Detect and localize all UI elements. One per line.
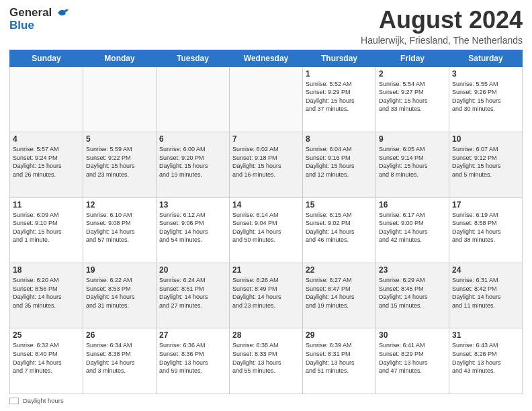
day-number: 15	[306, 200, 373, 210]
day-number: 2	[379, 69, 446, 79]
day-number: 16	[379, 200, 446, 210]
col-header-thursday: Thursday	[303, 50, 376, 66]
day-info: Sunrise: 5:57 AM Sunset: 9:24 PM Dayligh…	[13, 145, 80, 179]
logo-bird-icon	[56, 7, 70, 18]
day-number: 9	[379, 134, 446, 144]
calendar-cell: 15Sunrise: 6:15 AM Sunset: 9:02 PM Dayli…	[303, 197, 376, 263]
calendar-cell: 16Sunrise: 6:17 AM Sunset: 9:00 PM Dayli…	[376, 197, 449, 263]
calendar-cell: 13Sunrise: 6:12 AM Sunset: 9:06 PM Dayli…	[157, 197, 230, 263]
day-number: 14	[232, 200, 300, 210]
day-number: 31	[452, 330, 519, 340]
calendar-week-1: 4Sunrise: 5:57 AM Sunset: 9:24 PM Daylig…	[10, 132, 523, 197]
day-info: Sunrise: 5:54 AM Sunset: 9:27 PM Dayligh…	[379, 80, 446, 113]
day-info: Sunrise: 6:26 AM Sunset: 8:49 PM Dayligh…	[232, 276, 300, 310]
logo-general: General	[9, 6, 52, 19]
calendar-cell: 29Sunrise: 6:39 AM Sunset: 8:31 PM Dayli…	[303, 328, 376, 394]
calendar-cell: 1Sunrise: 5:52 AM Sunset: 9:29 PM Daylig…	[303, 66, 376, 132]
day-number: 12	[86, 200, 153, 210]
calendar-cell: 19Sunrise: 6:22 AM Sunset: 8:53 PM Dayli…	[83, 263, 157, 328]
day-info: Sunrise: 6:20 AM Sunset: 8:56 PM Dayligh…	[13, 276, 80, 310]
calendar-cell: 28Sunrise: 6:38 AM Sunset: 8:33 PM Dayli…	[230, 328, 303, 394]
day-info: Sunrise: 6:39 AM Sunset: 8:31 PM Dayligh…	[306, 341, 373, 375]
day-number: 28	[232, 330, 300, 340]
calendar-cell: 17Sunrise: 6:19 AM Sunset: 8:58 PM Dayli…	[449, 197, 523, 263]
footer: Daylight hours	[9, 397, 523, 404]
calendar-cell: 23Sunrise: 6:29 AM Sunset: 8:45 PM Dayli…	[376, 263, 449, 328]
day-info: Sunrise: 6:36 AM Sunset: 8:36 PM Dayligh…	[159, 341, 226, 375]
calendar-cell: 5Sunrise: 5:59 AM Sunset: 9:22 PM Daylig…	[83, 132, 157, 197]
month-year: August 2024	[361, 7, 523, 34]
day-number: 27	[159, 330, 226, 340]
day-info: Sunrise: 6:17 AM Sunset: 9:00 PM Dayligh…	[379, 211, 446, 244]
day-info: Sunrise: 6:41 AM Sunset: 8:29 PM Dayligh…	[379, 341, 446, 375]
calendar-cell: 7Sunrise: 6:02 AM Sunset: 9:18 PM Daylig…	[230, 132, 303, 197]
day-info: Sunrise: 6:05 AM Sunset: 9:14 PM Dayligh…	[379, 145, 446, 179]
col-header-monday: Monday	[83, 50, 157, 66]
day-info: Sunrise: 6:31 AM Sunset: 8:42 PM Dayligh…	[452, 276, 519, 310]
day-number: 4	[13, 134, 80, 144]
day-info: Sunrise: 6:27 AM Sunset: 8:47 PM Dayligh…	[306, 276, 373, 310]
calendar-cell: 21Sunrise: 6:26 AM Sunset: 8:49 PM Dayli…	[230, 263, 303, 328]
calendar-cell: 9Sunrise: 6:05 AM Sunset: 9:14 PM Daylig…	[376, 132, 449, 197]
day-number: 22	[306, 265, 373, 275]
day-info: Sunrise: 6:09 AM Sunset: 9:10 PM Dayligh…	[13, 211, 80, 244]
calendar-cell: 31Sunrise: 6:43 AM Sunset: 8:26 PM Dayli…	[449, 328, 523, 394]
logo: General Blue	[9, 7, 70, 32]
day-info: Sunrise: 5:55 AM Sunset: 9:26 PM Dayligh…	[452, 80, 519, 113]
calendar-cell: 20Sunrise: 6:24 AM Sunset: 8:51 PM Dayli…	[157, 263, 230, 328]
calendar-cell	[10, 66, 83, 132]
calendar-table: SundayMondayTuesdayWednesdayThursdayFrid…	[9, 50, 523, 394]
calendar-cell: 3Sunrise: 5:55 AM Sunset: 9:26 PM Daylig…	[449, 66, 523, 132]
day-number: 8	[306, 134, 373, 144]
day-info: Sunrise: 6:04 AM Sunset: 9:16 PM Dayligh…	[306, 145, 373, 179]
calendar-cell: 2Sunrise: 5:54 AM Sunset: 9:27 PM Daylig…	[376, 66, 449, 132]
calendar-week-2: 11Sunrise: 6:09 AM Sunset: 9:10 PM Dayli…	[10, 197, 523, 263]
day-info: Sunrise: 6:38 AM Sunset: 8:33 PM Dayligh…	[232, 341, 300, 375]
day-number: 29	[306, 330, 373, 340]
day-number: 13	[159, 200, 226, 210]
day-number: 23	[379, 265, 446, 275]
calendar-cell: 12Sunrise: 6:10 AM Sunset: 9:08 PM Dayli…	[83, 197, 157, 263]
day-number: 21	[232, 265, 300, 275]
calendar-cell	[157, 66, 230, 132]
day-number: 30	[379, 330, 446, 340]
day-number: 18	[13, 265, 80, 275]
day-info: Sunrise: 5:59 AM Sunset: 9:22 PM Dayligh…	[86, 145, 153, 179]
calendar-cell: 30Sunrise: 6:41 AM Sunset: 8:29 PM Dayli…	[376, 328, 449, 394]
day-info: Sunrise: 6:12 AM Sunset: 9:06 PM Dayligh…	[159, 211, 226, 244]
daylight-label: Daylight hours	[23, 397, 64, 404]
day-number: 24	[452, 265, 519, 275]
calendar-cell: 24Sunrise: 6:31 AM Sunset: 8:42 PM Dayli…	[449, 263, 523, 328]
calendar-cell: 4Sunrise: 5:57 AM Sunset: 9:24 PM Daylig…	[10, 132, 83, 197]
location: Haulerwijk, Friesland, The Netherlands	[361, 35, 523, 46]
calendar-week-0: 1Sunrise: 5:52 AM Sunset: 9:29 PM Daylig…	[10, 66, 523, 132]
day-info: Sunrise: 6:14 AM Sunset: 9:04 PM Dayligh…	[232, 211, 300, 244]
col-header-wednesday: Wednesday	[230, 50, 303, 66]
day-number: 10	[452, 134, 519, 144]
logo-blue: Blue	[9, 19, 70, 32]
day-number: 25	[13, 330, 80, 340]
day-number: 3	[452, 69, 519, 79]
calendar-cell: 27Sunrise: 6:36 AM Sunset: 8:36 PM Dayli…	[157, 328, 230, 394]
calendar-cell: 10Sunrise: 6:07 AM Sunset: 9:12 PM Dayli…	[449, 132, 523, 197]
header: General Blue August 2024 Haulerwijk, Fri…	[9, 7, 523, 46]
day-number: 11	[13, 200, 80, 210]
day-number: 1	[306, 69, 373, 79]
day-info: Sunrise: 5:52 AM Sunset: 9:29 PM Dayligh…	[306, 80, 373, 113]
calendar-week-4: 25Sunrise: 6:32 AM Sunset: 8:40 PM Dayli…	[10, 328, 523, 394]
calendar-cell	[230, 66, 303, 132]
calendar-cell: 8Sunrise: 6:04 AM Sunset: 9:16 PM Daylig…	[303, 132, 376, 197]
calendar-header-row: SundayMondayTuesdayWednesdayThursdayFrid…	[10, 50, 523, 66]
day-info: Sunrise: 6:00 AM Sunset: 9:20 PM Dayligh…	[159, 145, 226, 179]
day-info: Sunrise: 6:10 AM Sunset: 9:08 PM Dayligh…	[86, 211, 153, 244]
col-header-tuesday: Tuesday	[157, 50, 230, 66]
day-number: 6	[159, 134, 226, 144]
calendar-cell: 6Sunrise: 6:00 AM Sunset: 9:20 PM Daylig…	[157, 132, 230, 197]
day-info: Sunrise: 6:34 AM Sunset: 8:38 PM Dayligh…	[86, 341, 153, 375]
day-info: Sunrise: 6:24 AM Sunset: 8:51 PM Dayligh…	[159, 276, 226, 310]
day-number: 17	[452, 200, 519, 210]
col-header-sunday: Sunday	[10, 50, 83, 66]
day-info: Sunrise: 6:07 AM Sunset: 9:12 PM Dayligh…	[452, 145, 519, 179]
day-info: Sunrise: 6:15 AM Sunset: 9:02 PM Dayligh…	[306, 211, 373, 244]
calendar-cell: 14Sunrise: 6:14 AM Sunset: 9:04 PM Dayli…	[230, 197, 303, 263]
